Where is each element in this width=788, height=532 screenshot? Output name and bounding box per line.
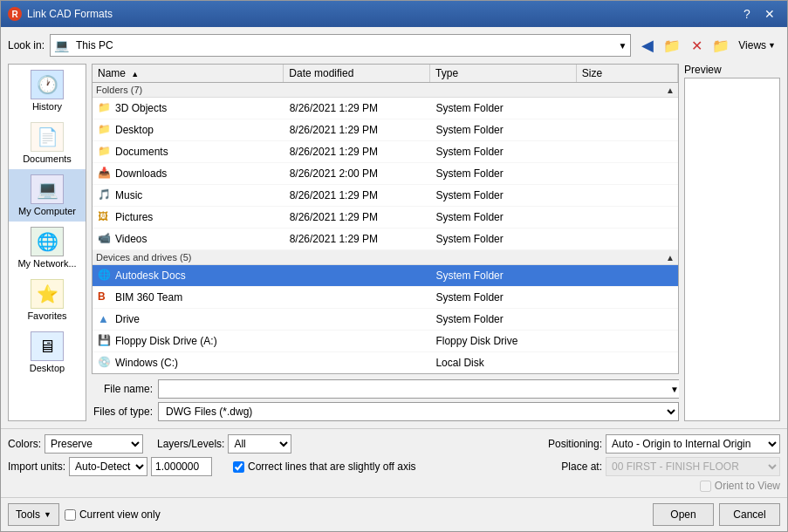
current-view-label[interactable]: Current view only (65, 508, 161, 521)
layers-group: Layers/Levels: AllSelected (157, 434, 291, 454)
back-button[interactable]: ◀ (636, 35, 659, 56)
import-units-number[interactable] (151, 457, 212, 476)
folder-music-icon: 🎵 (98, 188, 112, 202)
app-icon: R (8, 7, 22, 21)
nav-label-favorites: Favorites (27, 310, 66, 321)
nav-item-desktop[interactable]: 🖥 Desktop (9, 326, 86, 379)
drive-icon: ▲ (98, 312, 112, 326)
section-header-devices[interactable]: Devices and drives (5) ▲ (93, 250, 678, 265)
nav-item-documents[interactable]: 📄 Documents (9, 117, 86, 169)
new-folder-button[interactable]: 📁 (709, 35, 732, 56)
file-row[interactable]: 📥Downloads 8/26/2021 2:00 PM System Fold… (93, 163, 678, 185)
filetype-row: Files of type: DWG Files (*.dwg) (92, 402, 679, 421)
file-row[interactable]: 📁Documents 8/26/2021 1:29 PM System Fold… (93, 141, 678, 163)
col-header-date[interactable]: Date modified (284, 65, 430, 82)
look-in-combo[interactable]: 💻 This PC ▼ (50, 34, 631, 57)
views-button[interactable]: Views ▼ (734, 35, 780, 56)
place-at-select[interactable]: 00 FIRST - FINISH FLOOR (606, 457, 780, 476)
file-row[interactable]: 🖼Pictures 8/26/2021 1:29 PM System Folde… (93, 207, 678, 228)
folder-videos-icon: 📹 (98, 232, 112, 246)
col-header-name[interactable]: Name ▲ (93, 65, 284, 82)
file-row-floppy[interactable]: 💾Floppy Disk Drive (A:) Floppy Disk Driv… (93, 331, 678, 352)
nav-label-documents: Documents (23, 153, 72, 164)
tools-button[interactable]: Tools ▼ (8, 503, 59, 526)
network-icon: 🌐 (31, 227, 64, 256)
place-at-group: Place at: 00 FIRST - FINISH FLOOR (561, 457, 780, 476)
link-cad-dialog: R Link CAD Formats ? ✕ Look in: 💻 This P… (0, 0, 788, 532)
floppy-icon: 💾 (98, 334, 112, 348)
title-controls: ? ✕ (737, 5, 780, 23)
desktop-icon: 🖥 (31, 331, 64, 361)
folder-download-icon: 📥 (98, 167, 112, 181)
nav-label-network: My Network... (17, 258, 76, 269)
file-row-bim360[interactable]: BBIM 360 Team System Folder (93, 287, 678, 309)
nav-label-history: History (32, 101, 62, 112)
section-toggle-devices: ▲ (666, 253, 675, 263)
orient-checkbox[interactable] (700, 481, 711, 492)
preview-label: Preview (684, 64, 780, 76)
left-nav: 🕐 History 📄 Documents 💻 My Computer 🌐 My… (8, 64, 86, 421)
nav-item-history[interactable]: 🕐 History (9, 65, 86, 117)
filename-row: File name: ▼ (92, 379, 679, 399)
options-row-1: Colors: PreserveBlack and WhiteOverride … (8, 434, 780, 454)
filetype-select[interactable]: DWG Files (*.dwg) (158, 402, 679, 421)
tools-label: Tools (16, 508, 40, 521)
bottom-fields: File name: ▼ Files of type: DWG Files (*… (92, 379, 679, 421)
file-row[interactable]: 🎵Music 8/26/2021 1:29 PM System Folder (93, 185, 678, 207)
look-in-label: Look in: (8, 39, 45, 51)
nav-item-computer[interactable]: 💻 My Computer (9, 169, 86, 222)
history-icon: 🕐 (31, 70, 64, 99)
import-units-select[interactable]: Auto-DetectFeetInchesMeters (69, 457, 147, 476)
preview-box (684, 78, 780, 421)
section-header-folders[interactable]: Folders (7) ▲ (93, 83, 678, 98)
orient-label[interactable]: Orient to View (700, 480, 780, 492)
file-row[interactable]: 📁Desktop 8/26/2021 1:29 PM System Folder (93, 119, 678, 141)
layers-select[interactable]: AllSelected (228, 434, 291, 454)
correct-lines-checkbox[interactable] (233, 461, 244, 473)
layers-label: Layers/Levels: (157, 438, 224, 450)
delete-button[interactable]: ✕ (685, 35, 708, 56)
file-row-autodesk-docs[interactable]: 🌐Autodesk Docs System Folder (93, 265, 678, 287)
folder-icon: 📁 (98, 123, 112, 137)
file-row-windows[interactable]: 💿Windows (C:) Local Disk (93, 352, 678, 374)
file-row[interactable]: 📹Videos 8/26/2021 1:29 PM System Folder (93, 228, 678, 250)
file-row-drive[interactable]: ▲Drive System Folder (93, 309, 678, 331)
look-in-arrow: ▼ (618, 41, 627, 51)
dialog-title: Link CAD Formats (27, 8, 113, 20)
col-header-type[interactable]: Type (430, 65, 577, 82)
file-row[interactable]: 📁3D Objects 8/26/2021 1:29 PM System Fol… (93, 98, 678, 119)
documents-icon: 📄 (31, 122, 64, 152)
col-header-size[interactable]: Size (577, 65, 678, 82)
open-button[interactable]: Open (653, 503, 714, 526)
correct-lines-label[interactable]: Correct lines that are slightly off axis (233, 460, 416, 473)
cancel-button[interactable]: Cancel (719, 503, 780, 526)
look-in-value: This PC (76, 39, 614, 51)
title-bar-left: R Link CAD Formats (8, 7, 113, 21)
look-in-row: Look in: 💻 This PC ▼ ◀ 📁 ✕ 📁 Views ▼ (8, 34, 780, 57)
dialog-body: Look in: 💻 This PC ▼ ◀ 📁 ✕ 📁 Views ▼ (1, 27, 787, 428)
favorites-icon: ⭐ (31, 279, 64, 309)
nav-item-network[interactable]: 🌐 My Network... (9, 222, 86, 274)
options-bar: Colors: PreserveBlack and WhiteOverride … (1, 428, 787, 497)
nav-label-desktop: Desktop (30, 363, 65, 373)
bottom-bar: Tools ▼ Current view only Open Cancel (1, 497, 787, 531)
filetype-label: Files of type: (92, 406, 153, 418)
filename-input[interactable] (158, 379, 679, 399)
current-view-checkbox[interactable] (65, 509, 76, 521)
close-button[interactable]: ✕ (759, 5, 780, 23)
file-list-header: Name ▲ Date modified Type Size (93, 65, 678, 83)
options-row-3: Orient to View (8, 480, 780, 492)
tools-arrow: ▼ (44, 510, 51, 519)
help-button[interactable]: ? (737, 5, 757, 23)
import-units-label: Import units: (8, 460, 65, 473)
bim-icon: B (98, 290, 112, 304)
folder-icon: 📁 (98, 145, 112, 159)
forward-button[interactable]: 📁 (661, 35, 683, 56)
nav-label-computer: My Computer (18, 206, 76, 216)
positioning-label: Positioning: (548, 438, 602, 450)
colors-select[interactable]: PreserveBlack and WhiteOverride (45, 434, 143, 454)
nav-item-favorites[interactable]: ⭐ Favorites (9, 274, 86, 326)
import-units-group: Import units: Auto-DetectFeetInchesMeter… (8, 457, 212, 476)
positioning-select[interactable]: Auto - Origin to Internal OriginAuto - C… (606, 434, 780, 454)
file-list-container[interactable]: Name ▲ Date modified Type Size (92, 64, 679, 374)
